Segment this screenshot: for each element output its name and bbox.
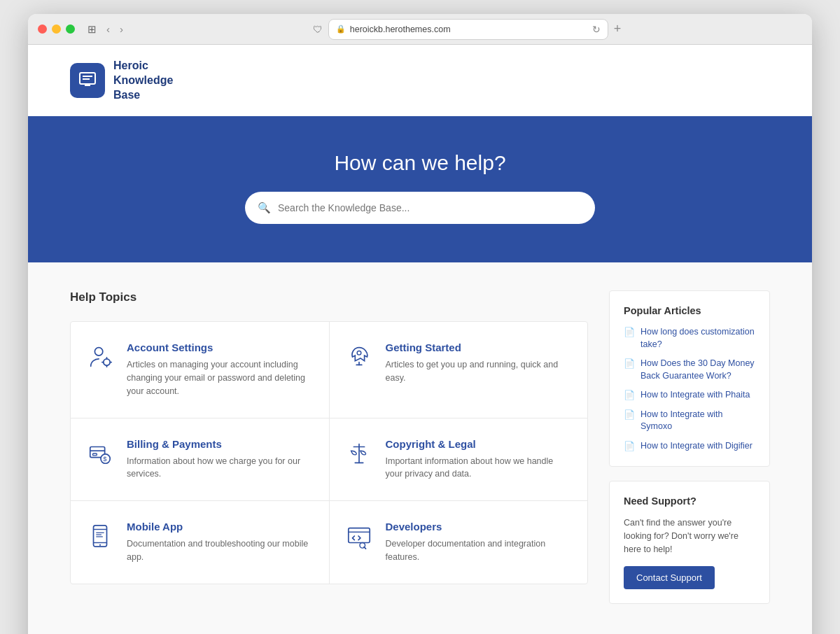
svg-line-27 — [364, 547, 365, 549]
topic-copyright-legal[interactable]: Copyright & Legal Important information … — [330, 418, 588, 501]
mobile-info: Mobile App Documentation and troubleshoo… — [127, 521, 312, 564]
legal-name: Copyright & Legal — [386, 438, 571, 450]
need-support-title: Need Support? — [624, 495, 755, 507]
legal-desc: Important information about how we handl… — [386, 455, 571, 481]
billing-icon: $ — [85, 438, 115, 469]
article-item-1[interactable]: 📄 How Does the 30 Day Money Back Guarant… — [624, 358, 755, 382]
topics-row-1: Account Settings Articles on managing yo… — [71, 322, 587, 418]
logo-text: Heroic Knowledge Base — [113, 59, 173, 102]
mobile-desc: Documentation and troubleshooting our mo… — [127, 537, 312, 564]
shield-icon: 🛡 — [313, 24, 323, 35]
legal-info: Copyright & Legal Important information … — [386, 438, 571, 481]
svg-point-23 — [99, 544, 101, 546]
help-topics-section: Help Topics — [70, 290, 588, 617]
article-link-2[interactable]: How to Integrate with Phaita — [640, 389, 750, 402]
mobile-name: Mobile App — [127, 521, 312, 533]
getting-started-desc: Articles to get you up and running, quic… — [386, 358, 571, 385]
doc-icon-1: 📄 — [624, 358, 635, 369]
address-bar[interactable]: 🔒 heroickb.herothemes.com ↻ — [328, 19, 608, 40]
contact-support-button[interactable]: Contact Support — [624, 566, 715, 589]
back-button[interactable]: ‹ — [104, 22, 113, 36]
hero-section: How can we help? 🔍 — [28, 116, 812, 262]
article-link-4[interactable]: How to Integrate with Digifier — [640, 440, 752, 453]
sidebar-button[interactable]: ⊞ — [88, 23, 97, 36]
svg-text:$: $ — [103, 455, 107, 463]
svg-point-11 — [357, 351, 361, 355]
developers-icon — [344, 521, 374, 551]
article-item-2[interactable]: 📄 How to Integrate with Phaita — [624, 389, 755, 402]
article-link-3[interactable]: How to Integrate with Symoxo — [640, 409, 755, 433]
article-link-0[interactable]: How long does customization take? — [640, 326, 755, 351]
doc-icon-0: 📄 — [624, 327, 635, 337]
browser-window: ⊞ ‹ › 🛡 🔒 heroickb.herothemes.com ↻ + — [28, 14, 812, 634]
legal-icon — [344, 438, 374, 469]
need-support-card: Need Support? Can't find the answer you'… — [609, 481, 770, 603]
search-icon: 🔍 — [258, 202, 271, 214]
account-settings-info: Account Settings Articles on managing yo… — [127, 341, 312, 397]
nav-controls: ⊞ ‹ › — [88, 22, 126, 36]
developers-desc: Developer documentation and integration … — [386, 537, 571, 564]
hero-title: How can we help? — [42, 151, 798, 175]
refresh-button[interactable]: ↻ — [592, 24, 601, 35]
topic-billing-payments[interactable]: $ Billing & Payments Information about h… — [71, 418, 330, 501]
topics-row-3: Mobile App Documentation and troubleshoo… — [71, 501, 587, 584]
sidebar: Popular Articles 📄 How long does customi… — [609, 290, 770, 617]
billing-name: Billing & Payments — [127, 438, 312, 450]
topic-mobile-app[interactable]: Mobile App Documentation and troubleshoo… — [71, 501, 330, 584]
developers-name: Developers — [386, 521, 571, 533]
page-content: Heroic Knowledge Base How can we help? 🔍… — [28, 45, 812, 634]
popular-articles-title: Popular Articles — [624, 305, 755, 316]
svg-rect-14 — [93, 453, 97, 456]
new-tab-button[interactable]: + — [614, 22, 622, 36]
account-settings-icon — [85, 341, 115, 372]
account-settings-desc: Articles on managing your account includ… — [127, 358, 312, 397]
getting-started-info: Getting Started Articles to get you up a… — [386, 341, 571, 385]
search-bar-wrap: 🔍 — [42, 192, 798, 224]
doc-icon-4: 📄 — [624, 441, 635, 451]
mobile-icon — [85, 521, 115, 551]
logo-icon — [70, 63, 105, 98]
forward-button[interactable]: › — [117, 22, 126, 36]
article-item-3[interactable]: 📄 How to Integrate with Symoxo — [624, 409, 755, 433]
minimize-dot[interactable] — [52, 24, 61, 34]
search-input[interactable] — [278, 202, 582, 213]
search-bar: 🔍 — [245, 192, 595, 224]
getting-started-icon — [344, 341, 374, 372]
maximize-dot[interactable] — [66, 24, 75, 34]
main-content: Help Topics — [28, 262, 812, 634]
help-topics-title: Help Topics — [70, 290, 588, 304]
topics-row-2: $ Billing & Payments Information about h… — [71, 418, 587, 502]
developers-info: Developers Developer documentation and i… — [386, 521, 571, 564]
billing-info: Billing & Payments Information about how… — [127, 438, 312, 481]
article-link-1[interactable]: How Does the 30 Day Money Back Guarantee… — [640, 358, 755, 382]
logo[interactable]: Heroic Knowledge Base — [70, 59, 173, 102]
browser-titlebar: ⊞ ‹ › 🛡 🔒 heroickb.herothemes.com ↻ + — [28, 14, 812, 45]
doc-icon-2: 📄 — [624, 390, 635, 400]
article-list: 📄 How long does customization take? 📄 Ho… — [624, 326, 755, 452]
close-dot[interactable] — [38, 24, 47, 34]
addressbar-area: 🛡 🔒 heroickb.herothemes.com ↻ + — [132, 19, 802, 40]
svg-rect-17 — [94, 526, 107, 547]
topics-grid: Account Settings Articles on managing yo… — [70, 321, 588, 584]
getting-started-name: Getting Started — [386, 341, 571, 353]
doc-icon-3: 📄 — [624, 409, 635, 420]
article-item-0[interactable]: 📄 How long does customization take? — [624, 326, 755, 351]
article-item-4[interactable]: 📄 How to Integrate with Digifier — [624, 440, 755, 453]
billing-desc: Information about how we charge you for … — [127, 455, 312, 481]
svg-point-6 — [104, 359, 111, 366]
topic-developers[interactable]: Developers Developer documentation and i… — [330, 501, 588, 584]
popular-articles-card: Popular Articles 📄 How long does customi… — [609, 290, 770, 467]
topic-account-settings[interactable]: Account Settings Articles on managing yo… — [71, 322, 330, 417]
lock-icon: 🔒 — [336, 24, 346, 34]
svg-rect-24 — [348, 528, 369, 543]
site-header: Heroic Knowledge Base — [28, 45, 812, 116]
svg-point-5 — [94, 348, 102, 355]
url-text: heroickb.herothemes.com — [350, 24, 451, 34]
need-support-desc: Can't find the answer you're looking for… — [624, 516, 755, 556]
window-controls — [38, 24, 75, 34]
topic-getting-started[interactable]: Getting Started Articles to get you up a… — [330, 322, 588, 417]
account-settings-name: Account Settings — [127, 341, 312, 353]
